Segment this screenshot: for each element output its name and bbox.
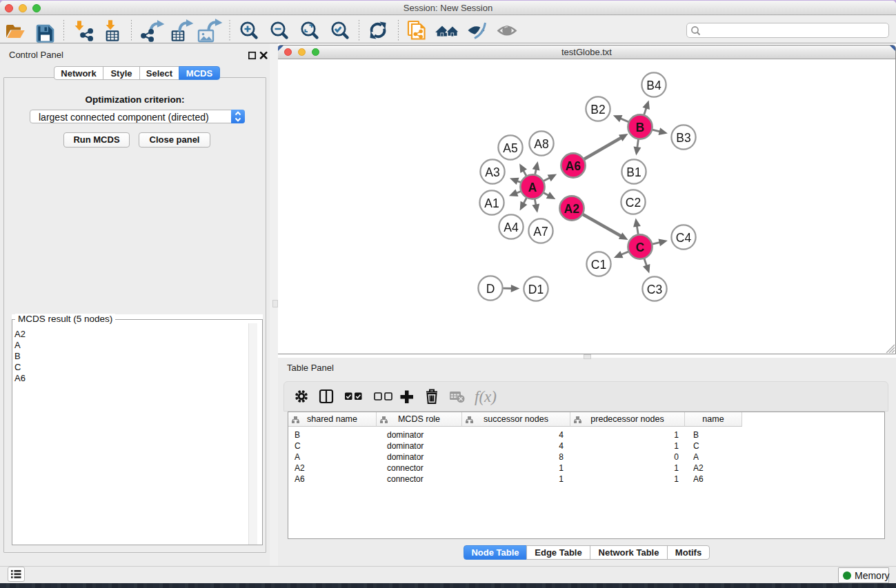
svg-text:A2: A2 — [564, 202, 580, 216]
svg-text:A4: A4 — [504, 221, 519, 234]
svg-text:D1: D1 — [528, 283, 544, 296]
svg-text:A1: A1 — [484, 196, 499, 210]
svg-text:A8: A8 — [534, 137, 548, 151]
svg-text:A5: A5 — [503, 141, 517, 155]
svg-text:A3: A3 — [485, 165, 499, 179]
svg-text:B4: B4 — [646, 79, 661, 92]
svg-text:A: A — [528, 181, 537, 194]
svg-text:A6: A6 — [566, 159, 581, 173]
svg-text:D: D — [486, 282, 495, 296]
svg-text:B1: B1 — [626, 165, 641, 179]
svg-text:C3: C3 — [647, 283, 662, 296]
svg-text:f(x): f(x) — [475, 388, 497, 405]
svg-text:B2: B2 — [590, 103, 605, 116]
svg-text:B3: B3 — [676, 131, 690, 145]
svg-text:C1: C1 — [591, 258, 606, 272]
svg-text:C: C — [636, 241, 645, 254]
svg-text:B: B — [636, 121, 645, 134]
svg-text:C2: C2 — [626, 196, 641, 210]
svg-text:A7: A7 — [533, 225, 548, 239]
svg-text:C4: C4 — [676, 231, 692, 245]
